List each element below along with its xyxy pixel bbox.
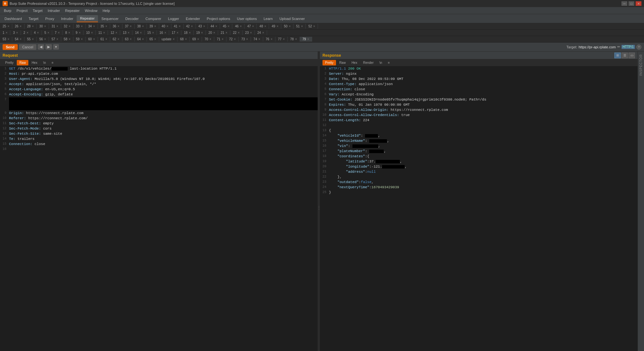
rep-tab-79[interactable]: 79 × <box>300 37 312 42</box>
close-button[interactable]: ✕ <box>636 1 641 6</box>
send-button[interactable]: Send <box>3 44 18 50</box>
view-icon-single[interactable]: ▭ <box>629 53 635 58</box>
menu-project[interactable]: Project <box>14 8 30 13</box>
rep-tab-53[interactable]: 53 × <box>0 37 12 42</box>
help-button[interactable]: ? <box>636 44 641 50</box>
nav-prev-button[interactable]: ◀ <box>38 44 44 50</box>
rep-tab-34[interactable]: 34 × <box>86 24 98 29</box>
rep-tab-12[interactable]: 12 × <box>108 30 120 35</box>
rep-tab-62[interactable]: 62 × <box>110 37 122 42</box>
rep-tab-41[interactable]: 41 × <box>171 24 184 29</box>
rep-tab-36[interactable]: 36 × <box>110 24 122 29</box>
rep-tab-56[interactable]: 56 × <box>37 37 49 42</box>
nav-dashboard[interactable]: Dashboard <box>1 15 25 22</box>
nav-decoder[interactable]: Decoder <box>122 15 142 22</box>
menu-burp[interactable]: Burp <box>1 8 14 13</box>
menu-target[interactable]: Target <box>30 8 45 13</box>
rep-tab-10[interactable]: 10 × <box>83 30 96 35</box>
rep-tab-5[interactable]: 5 × <box>42 30 52 35</box>
rep-tab-70[interactable]: 70 × <box>202 37 214 42</box>
rep-tab-40[interactable]: 40 × <box>159 24 171 29</box>
rep-tab-73[interactable]: 73 × <box>239 37 251 42</box>
nav-proxy[interactable]: Proxy <box>42 15 57 22</box>
menu-help[interactable]: Help <box>100 8 112 13</box>
menu-window[interactable]: Window <box>82 8 100 13</box>
rep-tab-16[interactable]: 16 × <box>157 30 169 35</box>
rep-tab-39[interactable]: 39 × <box>147 24 159 29</box>
nav-project-options[interactable]: Project options <box>204 15 234 22</box>
nav-sequencer[interactable]: Sequencer <box>98 15 122 22</box>
rep-tab-25[interactable]: 25 × <box>0 24 12 29</box>
rep-tab-52[interactable]: 52 × <box>306 24 318 29</box>
rep-tab-23[interactable]: 23 × <box>243 30 255 35</box>
rep-tab-74[interactable]: 74 × <box>251 37 263 42</box>
nav-user-options[interactable]: User options <box>234 15 260 22</box>
req-tab-pretty[interactable]: Pretty <box>3 60 16 65</box>
rep-tab-14[interactable]: 14 × <box>132 30 145 35</box>
rep-tab-47[interactable]: 47 × <box>245 24 257 29</box>
rep-tab-33[interactable]: 33 × <box>73 24 86 29</box>
rep-tab-35[interactable]: 35 × <box>98 24 110 29</box>
nav-extender[interactable]: Extender <box>183 15 203 22</box>
rep-tab-15[interactable]: 15 × <box>145 30 157 35</box>
view-icon-grid[interactable]: ⊞ <box>614 53 621 58</box>
rep-tab-57[interactable]: 57 × <box>49 37 61 42</box>
res-tab-newline[interactable]: \n <box>377 60 385 65</box>
rep-tab-38[interactable]: 38 × <box>135 24 147 29</box>
rep-tab-19[interactable]: 19 × <box>194 30 206 35</box>
res-tab-raw[interactable]: Raw <box>337 60 348 65</box>
req-tab-raw[interactable]: Raw <box>17 60 28 65</box>
response-code-area[interactable]: 1 HTTP/1.1 200 OK 2 Server: nginx 3 Date… <box>320 66 638 351</box>
rep-tab-43[interactable]: 43 × <box>196 24 208 29</box>
nav-upload-scanner[interactable]: Upload Scanner <box>276 15 308 22</box>
rep-tab-24[interactable]: 24 × <box>255 30 267 35</box>
res-tab-format[interactable]: ≡ <box>385 60 392 65</box>
rep-tab-13[interactable]: 13 × <box>120 30 132 35</box>
rep-tab-68[interactable]: 68 × <box>178 37 190 42</box>
res-tab-hex[interactable]: Hex <box>349 60 360 65</box>
rep-tab-60[interactable]: 60 × <box>86 37 98 42</box>
minimize-button[interactable]: ─ <box>621 1 627 6</box>
rep-tab-21[interactable]: 21 × <box>218 30 230 35</box>
rep-tab-30[interactable]: 30 × <box>37 24 49 29</box>
rep-tab-46[interactable]: 46 × <box>232 24 245 29</box>
rep-tab-7[interactable]: 7 × <box>52 30 62 35</box>
nav-repeater[interactable]: Repeater <box>77 15 98 22</box>
cancel-button[interactable]: Cancel <box>19 44 36 50</box>
rep-tab-32[interactable]: 32 × <box>61 24 73 29</box>
rep-tab-28[interactable]: 28 × <box>24 24 37 29</box>
rep-tab-2[interactable]: 2 × <box>21 30 31 35</box>
nav-next-button[interactable]: ▶ <box>45 44 52 50</box>
rep-tab-65[interactable]: 65 × <box>147 37 159 42</box>
maximize-button[interactable]: □ <box>629 1 634 6</box>
rep-tab-64[interactable]: 64 × <box>135 37 147 42</box>
rep-tab-59[interactable]: 59 × <box>73 37 86 42</box>
nav-learn[interactable]: Learn <box>260 15 276 22</box>
menu-intruder[interactable]: Intruder <box>45 8 62 13</box>
rep-tab-61[interactable]: 61 × <box>98 37 110 42</box>
rep-tab-45[interactable]: 45 × <box>220 24 232 29</box>
rep-tab-72[interactable]: 72 × <box>226 37 239 42</box>
rep-tab-8[interactable]: 8 × <box>62 30 73 35</box>
req-tab-format[interactable]: ≡ <box>49 60 56 65</box>
rep-tab-48[interactable]: 48 × <box>257 24 269 29</box>
nav-target[interactable]: Target <box>25 15 42 22</box>
rep-tab-71[interactable]: 71 × <box>214 37 226 42</box>
rep-tab-58[interactable]: 58 × <box>61 37 73 42</box>
rep-tab-11[interactable]: 11 × <box>96 30 108 35</box>
rep-tab-69[interactable]: 69 × <box>190 37 202 42</box>
rep-tab-22[interactable]: 22 × <box>230 30 243 35</box>
res-tab-render[interactable]: Render <box>360 60 376 65</box>
rep-tab-4[interactable]: 4 × <box>31 30 42 35</box>
rep-tab-76[interactable]: 76 × <box>263 37 275 42</box>
rep-tab-55[interactable]: 55 × <box>24 37 37 42</box>
rep-tab-51[interactable]: 51 × <box>293 24 306 29</box>
rep-tab-26[interactable]: 26 × <box>12 24 24 29</box>
menu-repeater[interactable]: Repeater <box>62 8 82 13</box>
nav-intruder[interactable]: Intruder <box>58 15 77 22</box>
req-tab-hex[interactable]: Hex <box>29 60 40 65</box>
rep-tab-63[interactable]: 63 × <box>122 37 135 42</box>
req-tab-newline[interactable]: \n <box>41 60 48 65</box>
rep-tab-78[interactable]: 78 × <box>288 37 300 42</box>
rep-tab-18[interactable]: 18 × <box>181 30 194 35</box>
